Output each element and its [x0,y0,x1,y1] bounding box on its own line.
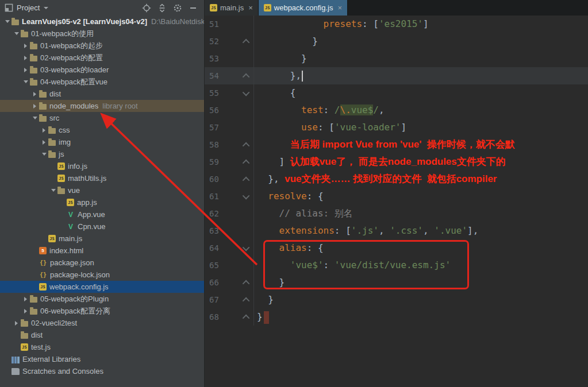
tree-item-package-json[interactable]: {}package.json [0,257,204,269]
fold-up-icon[interactable] [243,280,251,285]
code-segment: } [257,294,274,305]
tree-item-label: app.js [77,198,97,207]
tree-item-06-webpack[interactable]: 06-webpack配置分离 [0,305,204,317]
tree-item-node-modules[interactable]: node_moduleslibrary root [0,100,204,112]
tree-item-index-html[interactable]: 5index.html [0,245,204,257]
tree-item-01-webpack[interactable]: 01-webpack的使用 [0,28,204,40]
collapsed-arrow-icon[interactable] [40,138,48,146]
tab-main-js[interactable]: JSmain.js× [205,0,259,16]
tree-item-css[interactable]: css [0,124,204,136]
collapsed-arrow-icon[interactable] [12,319,21,327]
code-segment: ], [467,225,478,236]
close-tab-icon[interactable]: × [248,3,253,12]
line-number: 51 [209,16,219,33]
chevron-down-icon[interactable] [44,7,48,9]
tree-item-vue[interactable]: vue [0,184,204,196]
code-segment: : { [307,242,324,253]
code-text: 当后期 import Vue from 'vue' 操作时候，就不会默 [254,136,588,153]
tree-item-label: LearnVuejs05-v2 [LearnVuejs04-v2] [22,17,147,26]
fold-down-icon[interactable] [243,194,251,199]
tree-item-external-libraries[interactable]: External Libraries [0,353,204,365]
hide-panel-icon[interactable] [187,2,199,14]
collapsed-arrow-icon[interactable] [30,90,39,98]
code-line-62: 62 // alias: 别名 [205,205,588,222]
project-tool-window-icon[interactable] [3,2,14,14]
expanded-arrow-icon[interactable] [3,17,11,26]
tree-item-cpn-vue[interactable]: VCpn.vue [0,220,204,233]
gutter: 56 [205,102,254,119]
close-tab-icon[interactable]: × [337,3,342,12]
code-text: }, [254,67,588,84]
expanded-arrow-icon[interactable] [40,150,48,158]
tree-item-img[interactable]: img [0,136,204,148]
folder-icon [21,333,28,339]
tree-item-dist[interactable]: dist [0,329,204,341]
arrow-spacer [58,210,67,219]
fold-down-icon[interactable] [243,91,251,96]
tree-item-02-webpack[interactable]: 02-webpack的配置 [0,52,204,64]
fold-up-icon[interactable] [243,315,251,320]
tab-webpack-config-js[interactable]: JSwebpack.config.js× [259,0,348,16]
fold-up-icon[interactable] [243,39,251,44]
project-panel-header: Project [0,0,204,16]
external-libraries-icon [11,357,20,363]
code-area[interactable]: 51 presets: ['es2015']52 }53 }54 },55 {5… [205,16,588,387]
arrow-spacer [12,331,21,339]
tree-item-app-js[interactable]: JSapp.js [0,196,204,208]
line-number: 55 [209,84,219,102]
tree-item-test-js[interactable]: JStest.js [0,341,204,353]
vue-file-icon: V [67,211,75,219]
locate-icon[interactable] [140,2,153,14]
code-line-67: 67 } [205,291,588,308]
fold-up-icon[interactable] [243,73,251,79]
tree-item-05-webpack-plugin[interactable]: 05-webpack的Plugin [0,293,204,305]
tree-item-dist[interactable]: dist [0,88,204,100]
collapsed-arrow-icon[interactable] [21,307,30,315]
tree-item-label: node_modules [49,102,98,110]
tree-item-app-vue[interactable]: VApp.vue [0,208,204,220]
expanded-arrow-icon[interactable] [49,186,57,195]
fold-up-icon[interactable] [243,142,251,148]
collapsed-arrow-icon[interactable] [30,102,39,110]
tree-item-webpack-config-js[interactable]: JSwebpack.config.js [0,281,204,293]
fold-up-icon[interactable] [243,177,251,182]
settings-icon[interactable] [171,2,184,14]
code-text: { [254,84,588,102]
tree-item-label: test.js [31,343,51,351]
collapsed-arrow-icon[interactable] [21,65,30,74]
expanded-arrow-icon[interactable] [30,114,39,122]
expanded-arrow-icon[interactable] [12,29,21,38]
tree-item-label: 01-webpack的起步 [40,41,103,51]
tree-item-js[interactable]: js [0,148,204,160]
expanded-arrow-icon[interactable] [21,78,30,86]
tree-item-02-vuecli2test[interactable]: 02-vuecli2test [0,317,204,329]
tree-item-01-webpack[interactable]: 01-webpack的起步 [0,40,204,52]
project-panel-title[interactable]: Project [17,3,40,12]
code-segment: \. [340,105,351,115]
js-file-icon: JS [210,4,217,11]
fold-up-icon[interactable] [243,297,251,303]
tree-item-label: 05-webpack的Plugin [40,294,109,304]
tree-item-info-js[interactable]: JSinfo.js [0,160,204,172]
fold-down-icon[interactable] [243,246,251,251]
collapsed-arrow-icon[interactable] [40,126,48,134]
js-file-icon: JS [21,343,28,351]
tree-item-04-webpack-vue[interactable]: 04-webpack配置vue [0,76,204,88]
collapsed-arrow-icon[interactable] [21,53,30,62]
code-text: alias: { [254,239,588,257]
tree-item-mathutils-js[interactable]: JSmathUtils.js [0,172,204,184]
tree-item-main-js[interactable]: JSmain.js [0,233,204,245]
tree-item-src[interactable]: src [0,112,204,124]
fold-up-icon[interactable] [243,160,251,165]
tree-item-learnvuejs05-v2-learnvuejs04-v2[interactable]: LearnVuejs05-v2 [LearnVuejs04-v2]D:\Baid… [0,16,204,28]
tree-item-03-webpack-loader[interactable]: 03-webpack的loader [0,64,204,76]
tree-item-label: dist [31,331,43,339]
collapsed-arrow-icon[interactable] [21,295,30,303]
tree-item-scratches-and-consoles[interactable]: Scratches and Consoles [0,365,204,377]
json-file-icon: {} [39,271,47,279]
line-number: 61 [209,188,219,205]
collapsed-arrow-icon[interactable] [21,41,30,50]
minimize-bar [190,7,196,9]
tree-item-package-lock-json[interactable]: {}package-lock.json [0,269,204,281]
collapse-all-icon[interactable] [156,2,168,14]
